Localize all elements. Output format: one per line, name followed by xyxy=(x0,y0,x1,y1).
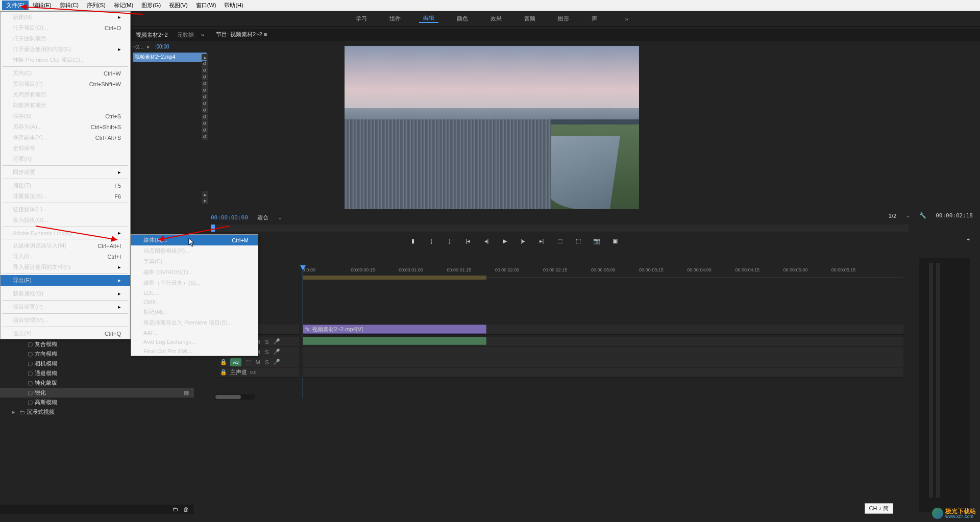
export-menu-item[interactable]: AAF... xyxy=(131,328,258,337)
file-menu-item[interactable]: 刷新所有项目 xyxy=(1,100,130,111)
menu-marker[interactable]: 标记(M) xyxy=(110,1,138,10)
lift-icon[interactable]: ⬚ xyxy=(555,236,565,245)
track-a2[interactable] xyxy=(303,347,903,357)
workspace-graphics[interactable]: 图形 xyxy=(554,15,573,22)
source-tab[interactable]: 视频素材2~2 xyxy=(131,29,173,41)
file-menu-item[interactable]: 打开团队项目... xyxy=(1,33,130,44)
undo-icon[interactable]: ↺ xyxy=(202,101,208,107)
track-v1[interactable]: fx视频素材2~2.mp4[V] xyxy=(303,325,903,335)
extract-icon[interactable]: ⬚ xyxy=(574,236,583,245)
menu-edit[interactable]: 编辑(E) xyxy=(29,1,56,10)
voice-icon[interactable]: 🎤 xyxy=(273,359,279,365)
workspace-library[interactable]: 库 xyxy=(587,15,601,22)
mute-button[interactable]: M xyxy=(255,359,261,365)
scroll-up-icon[interactable]: ▴ xyxy=(202,54,208,60)
menu-clip[interactable]: 剪辑(C) xyxy=(56,1,83,10)
export-frame-icon[interactable]: 📷 xyxy=(592,236,601,245)
export-menu-item[interactable]: 磁带 (DV/HDV)(T)... xyxy=(131,267,258,278)
wrench-icon[interactable]: 🔧 xyxy=(919,212,926,219)
menu-view[interactable]: 视图(V) xyxy=(165,1,192,10)
resolution-dropdown[interactable]: 1/2 xyxy=(889,213,896,219)
menu-sequence[interactable]: 序列(S) xyxy=(83,1,110,10)
workspace-assembly[interactable]: 组件 xyxy=(385,15,405,22)
menu-file[interactable]: 文件(F) xyxy=(2,1,29,10)
play-icon[interactable]: ▶ xyxy=(500,236,509,245)
file-menu-item[interactable]: 同步设置▸ xyxy=(1,167,130,178)
export-menu-item[interactable]: 动态图形模板(R)... xyxy=(131,245,258,256)
undo-icon[interactable]: ↺ xyxy=(202,127,208,133)
export-menu-item[interactable]: Final Cut Pro XML... xyxy=(131,346,258,356)
file-menu-item[interactable]: 保存副本(Y)...Ctrl+Alt+S xyxy=(1,132,130,143)
work-area-bar[interactable] xyxy=(303,276,486,280)
scrubber-playhead[interactable] xyxy=(211,225,215,232)
plus-icon[interactable]: + xyxy=(967,236,970,242)
solo-button[interactable]: S xyxy=(264,349,270,355)
file-menu-item[interactable]: 获取属性(G)▸ xyxy=(1,288,130,299)
export-menu-item[interactable]: EDL... xyxy=(131,288,258,297)
track-master[interactable] xyxy=(303,367,903,378)
scroll-down-icon[interactable]: ▾ xyxy=(202,198,208,204)
export-menu-item[interactable]: 标记(M)... xyxy=(131,307,258,317)
file-menu-item[interactable]: 从媒体浏览器导入(M)Ctrl+Alt+I xyxy=(1,240,130,251)
workspace-audio[interactable]: 音频 xyxy=(520,15,540,22)
export-menu-item[interactable]: 媒体(M)...Ctrl+M xyxy=(131,235,258,245)
file-menu-item[interactable]: 退出(X)Ctrl+Q xyxy=(1,328,130,339)
trash-icon[interactable]: 🗑 xyxy=(183,506,189,512)
file-menu-item[interactable]: 项目设置(P)▸ xyxy=(1,302,130,312)
undo-icon[interactable]: ↺ xyxy=(202,114,208,120)
menu-window[interactable]: 窗口(W) xyxy=(192,1,220,10)
undo-icon[interactable]: ↺ xyxy=(202,81,208,87)
file-menu-item[interactable]: 另存为(A)...Ctrl+Shift+S xyxy=(1,121,130,132)
comparison-icon[interactable]: ▣ xyxy=(610,236,620,245)
step-forward-icon[interactable]: |▸ xyxy=(519,236,528,245)
export-menu-item[interactable]: OMF... xyxy=(131,297,258,307)
workspace-edit[interactable]: 编辑 xyxy=(419,14,438,23)
current-timecode[interactable]: 00:00:00:00 xyxy=(211,214,248,221)
export-menu-item[interactable]: 字幕(C)... xyxy=(131,256,258,267)
solo-button[interactable]: S xyxy=(264,339,270,345)
effects-item[interactable]: ▢通道模糊 xyxy=(0,368,194,378)
file-menu-item[interactable]: 导出(E)▸ xyxy=(1,275,130,286)
file-menu-item[interactable]: 导入(I)...Ctrl+I xyxy=(1,251,130,262)
undo-icon[interactable]: ↺ xyxy=(202,67,208,73)
strip-clip[interactable]: 视频素材2~2.mp4 xyxy=(133,53,207,62)
file-menu-item[interactable]: 还原(R) xyxy=(1,154,130,164)
timeline-clip-video[interactable]: fx视频素材2~2.mp4[V] xyxy=(303,325,486,334)
export-menu-item[interactable]: 将选择项导出为 Premiere 项目(S)... xyxy=(131,317,258,328)
undo-icon[interactable]: ↺ xyxy=(202,74,208,80)
file-menu-item[interactable]: 批量捕捉(B)...F6 xyxy=(1,191,130,202)
menu-graphics[interactable]: 图形(G) xyxy=(137,1,165,10)
voice-icon[interactable]: 🎤 xyxy=(273,338,279,345)
file-menu-item[interactable]: 项目管理(M)... xyxy=(1,315,130,326)
ime-indicator[interactable]: CH ♪ 简 xyxy=(865,503,894,514)
effects-item[interactable]: ▢相机模糊 xyxy=(0,359,194,368)
out-point-icon[interactable]: } xyxy=(445,236,454,245)
solo-button[interactable]: S xyxy=(264,359,270,365)
file-menu-item[interactable]: 新建(N)▸ xyxy=(1,12,130,22)
play-icon[interactable]: ▸ xyxy=(147,43,150,50)
file-menu-item[interactable]: 保存(S)Ctrl+S xyxy=(1,111,130,121)
export-menu-item[interactable]: 磁带（串行设备）(S)... xyxy=(131,278,258,288)
track-header-master[interactable]: 🔒 主声道 0.0 xyxy=(220,367,299,378)
scroll-thumb[interactable] xyxy=(215,395,241,399)
lock-icon[interactable]: 🔒 xyxy=(220,369,227,376)
file-menu-item[interactable]: 关闭所有项目 xyxy=(1,89,130,100)
menu-help[interactable]: 帮助(H) xyxy=(220,1,247,10)
file-menu-item[interactable]: 设为脱机(O)... xyxy=(1,215,130,226)
scroll-up-icon[interactable]: ▴ xyxy=(202,191,208,197)
lock-icon[interactable]: 🔒 xyxy=(220,359,227,365)
file-menu-item[interactable]: 关闭(C)Ctrl+W xyxy=(1,68,130,79)
undo-icon[interactable]: ↺ xyxy=(202,94,208,100)
overflow-icon[interactable]: » xyxy=(201,32,204,38)
dropdown-icon[interactable]: ⌄ xyxy=(905,212,910,219)
file-menu-item[interactable]: 转换 Premiere Clip 项目(C)... xyxy=(1,55,130,65)
file-menu-item[interactable]: 链接媒体(L)... xyxy=(1,204,130,215)
new-bin-icon[interactable]: 🗀 xyxy=(173,506,178,512)
zoom-fit[interactable]: 适合 xyxy=(257,214,268,221)
source-metadata[interactable]: 元数据 xyxy=(173,29,198,41)
dropdown-icon[interactable]: ⌄ xyxy=(278,214,282,221)
program-tab[interactable]: 节目: 视频素材2~2 ≡ xyxy=(212,29,271,40)
effects-item[interactable]: ▢锐化▦ xyxy=(0,388,194,397)
file-menu-item[interactable]: 打开项目(O)...Ctrl+O xyxy=(1,22,130,33)
effects-folder[interactable]: ▸🗀沉浸式视频 xyxy=(0,407,194,417)
